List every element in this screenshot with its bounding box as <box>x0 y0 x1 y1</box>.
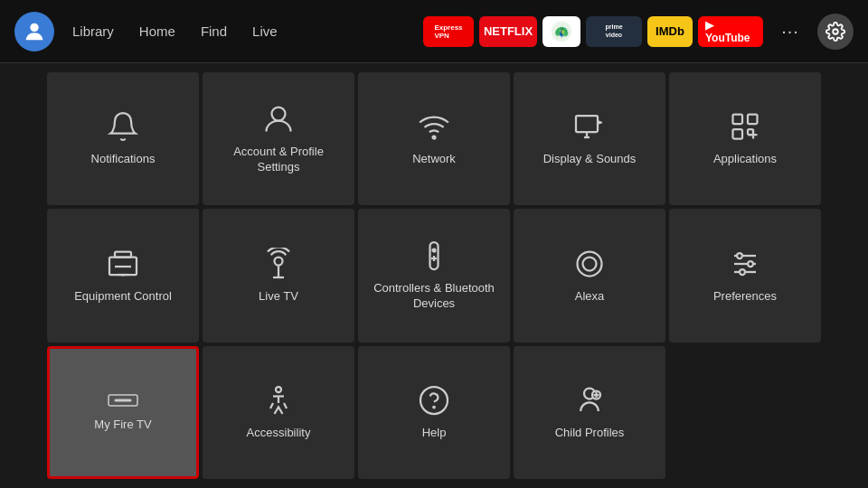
grid-cell-network[interactable]: Network <box>358 72 510 205</box>
equipment-control-label: Equipment Control <box>74 289 172 305</box>
svg-point-26 <box>748 261 753 267</box>
display-icon <box>573 110 606 143</box>
grid-cell-alexa[interactable]: Alexa <box>514 209 665 342</box>
svg-point-5 <box>433 136 436 139</box>
bell-icon <box>107 110 139 143</box>
nav-links: Library Home Find Live <box>72 23 278 39</box>
svg-point-25 <box>737 253 742 258</box>
grid-cell-display-sounds[interactable]: Display & Sounds <box>514 72 665 205</box>
remote-icon <box>418 239 450 272</box>
grid-cell-applications[interactable]: Applications <box>669 72 821 205</box>
alexa-icon <box>573 248 606 280</box>
grid-cell-empty <box>669 346 821 479</box>
svg-point-30 <box>276 387 281 392</box>
wifi-icon <box>418 110 450 143</box>
svg-rect-8 <box>748 115 758 125</box>
applications-label: Applications <box>713 152 777 167</box>
top-nav: Library Home Find Live ExpressVPN NETFLI… <box>0 0 868 63</box>
settings-button[interactable] <box>817 14 854 50</box>
grid-cell-equipment-control[interactable]: Equipment Control <box>47 209 199 342</box>
child-profiles-label: Child Profiles <box>555 426 625 441</box>
accessibility-icon <box>262 384 295 417</box>
grid-cell-help[interactable]: Help <box>358 346 510 479</box>
antenna-icon <box>262 248 295 280</box>
app-icons-bar: ExpressVPN NETFLIX 🦚 primevideo IMDb ▶ Y… <box>423 16 763 47</box>
svg-point-20 <box>578 251 602 276</box>
avatar[interactable] <box>14 12 54 52</box>
nav-library[interactable]: Library <box>72 23 114 39</box>
nav-find[interactable]: Find <box>201 23 227 39</box>
app-youtube[interactable]: ▶ YouTube <box>698 16 763 47</box>
help-icon <box>418 384 450 417</box>
svg-point-27 <box>740 269 745 275</box>
svg-point-4 <box>272 107 286 120</box>
account-profile-label: Account & Profile Settings <box>212 145 345 175</box>
app-expressvpn[interactable]: ExpressVPN <box>423 16 474 47</box>
child-icon <box>573 384 606 417</box>
svg-rect-7 <box>733 115 743 125</box>
display-sounds-label: Display & Sounds <box>543 152 637 167</box>
help-label: Help <box>422 426 447 441</box>
app-peacock[interactable]: 🦚 <box>542 16 580 47</box>
live-tv-label: Live TV <box>259 289 298 305</box>
svg-point-3 <box>833 29 838 34</box>
apps-icon <box>729 110 761 143</box>
app-netflix[interactable]: NETFLIX <box>479 16 537 47</box>
nav-live[interactable]: Live <box>252 23 278 39</box>
svg-point-14 <box>275 257 283 265</box>
svg-point-0 <box>30 23 38 31</box>
grid-cell-child-profiles[interactable]: Child Profiles <box>514 346 665 479</box>
preferences-label: Preferences <box>713 289 777 305</box>
grid-cell-my-fire-tv[interactable]: My Fire TV <box>47 346 199 479</box>
svg-point-21 <box>583 257 597 270</box>
grid-cell-accessibility[interactable]: Accessibility <box>203 346 354 479</box>
grid-cell-controllers-bluetooth[interactable]: Controllers & Bluetooth Devices <box>358 209 510 342</box>
app-prime[interactable]: primevideo <box>586 16 642 47</box>
controllers-bluetooth-label: Controllers & Bluetooth Devices <box>367 281 501 312</box>
svg-rect-9 <box>733 129 743 139</box>
grid-cell-account-profile[interactable]: Account & Profile Settings <box>203 72 354 205</box>
grid-cell-live-tv[interactable]: Live TV <box>203 209 354 342</box>
firetv-icon <box>107 392 139 408</box>
network-label: Network <box>412 152 456 167</box>
svg-point-32 <box>433 407 435 408</box>
notifications-label: Notifications <box>91 152 156 167</box>
svg-rect-6 <box>576 116 598 132</box>
sliders-icon <box>729 248 761 280</box>
svg-rect-12 <box>115 251 131 257</box>
grid-cell-notifications[interactable]: Notifications <box>47 72 199 205</box>
svg-text:🦚: 🦚 <box>554 23 570 39</box>
grid-cell-preferences[interactable]: Preferences <box>669 209 821 342</box>
alexa-label: Alexa <box>575 289 605 305</box>
settings-grid: Notifications Account & Profile Settings… <box>0 63 868 488</box>
svg-point-17 <box>433 249 436 252</box>
app-imdb[interactable]: IMDb <box>647 16 693 47</box>
svg-point-31 <box>420 387 448 414</box>
accessibility-label: Accessibility <box>247 426 311 441</box>
my-fire-tv-label: My Fire TV <box>94 418 151 433</box>
person-icon <box>262 103 295 136</box>
more-button[interactable]: ··· <box>774 16 807 47</box>
tv-icon <box>107 248 139 280</box>
nav-home[interactable]: Home <box>139 23 175 39</box>
